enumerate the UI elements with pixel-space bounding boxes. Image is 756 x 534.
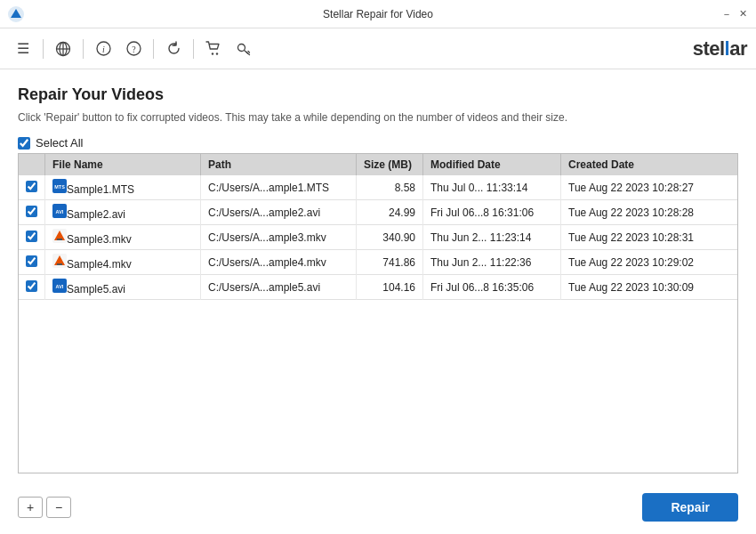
svg-text:MTS: MTS	[54, 184, 65, 190]
row-modified: Thu Jul 0... 11:33:14	[423, 175, 561, 200]
title-bar-left	[7, 5, 25, 23]
svg-line-13	[246, 53, 248, 54]
toolbar-separator-1	[43, 39, 44, 59]
table-row[interactable]: AVISample5.aviC:/Users/A...ample5.avi104…	[19, 275, 737, 300]
row-checkbox-cell	[19, 175, 45, 200]
row-created: Tue Aug 22 2023 10:28:27	[561, 175, 738, 200]
col-header-created: Created Date	[561, 154, 738, 175]
row-created: Tue Aug 22 2023 10:28:31	[561, 225, 738, 250]
filename-text: Sample5.avi	[67, 283, 125, 295]
row-checkbox-cell	[19, 275, 45, 300]
svg-point-11	[216, 53, 218, 54]
row-checkbox-cell	[19, 250, 45, 275]
window-title: Stellar Repair for Video	[323, 8, 433, 20]
title-bar: Stellar Repair for Video − ✕	[0, 0, 756, 28]
app-icon	[7, 5, 25, 23]
select-all-row: Select All	[18, 136, 738, 150]
toolbar: ☰ i ?	[0, 28, 756, 69]
row-modified: Thu Jun 2... 11:22:36	[423, 250, 561, 275]
row-size: 340.90	[357, 225, 423, 250]
row-path: C:/Users/A...ample3.mkv	[201, 225, 357, 250]
row-checkbox[interactable]	[26, 181, 37, 192]
row-checkbox-cell	[19, 200, 45, 225]
row-created: Tue Aug 22 2023 10:28:28	[561, 200, 738, 225]
row-filename: Sample4.mkv	[45, 250, 201, 275]
add-remove-buttons: + −	[18, 497, 71, 518]
svg-rect-24	[57, 263, 62, 265]
filename-text: Sample4.mkv	[67, 258, 132, 271]
row-path: C:/Users/A...ample4.mkv	[201, 250, 357, 275]
refresh-icon[interactable]	[159, 35, 188, 63]
table-row[interactable]: Sample4.mkvC:/Users/A...ample4.mkv741.86…	[19, 250, 737, 275]
svg-text:AVI: AVI	[56, 209, 64, 214]
key-icon[interactable]	[229, 35, 258, 63]
page-subtitle: Click 'Repair' button to fix corrupted v…	[18, 111, 738, 124]
main-content: Repair Your Videos Click 'Repair' button…	[0, 69, 756, 484]
filename-text: Sample3.mkv	[67, 233, 132, 246]
table-row[interactable]: MTSSample1.MTSC:/Users/A...ample1.MTS8.5…	[19, 175, 737, 200]
toolbar-separator-2	[83, 39, 84, 59]
row-filename: AVISample2.avi	[45, 200, 201, 225]
col-header-checkbox	[19, 154, 45, 175]
file-icon-mkv	[52, 229, 67, 243]
file-icon-mts: MTS	[52, 179, 67, 193]
remove-file-button[interactable]: −	[46, 497, 71, 518]
help-icon[interactable]: ?	[119, 35, 148, 63]
row-modified: Fri Jul 06...8 16:31:06	[423, 200, 561, 225]
row-created: Tue Aug 22 2023 10:30:09	[561, 275, 738, 300]
close-button[interactable]: ✕	[736, 8, 749, 20]
file-icon-avi: AVI	[52, 204, 67, 218]
repair-button[interactable]: Repair	[642, 493, 738, 522]
row-path: C:/Users/A...ample2.avi	[201, 200, 357, 225]
row-modified: Fri Jul 06...8 16:35:06	[423, 275, 561, 300]
file-table: File Name Path Size (MB) Modified Date C…	[19, 154, 737, 300]
col-header-size: Size (MB)	[357, 154, 423, 175]
row-filename: AVISample5.avi	[45, 275, 201, 300]
globe-icon[interactable]	[49, 35, 77, 63]
toolbar-separator-3	[153, 39, 154, 59]
toolbar-separator-4	[193, 39, 194, 59]
page-title: Repair Your Videos	[18, 85, 738, 104]
svg-point-10	[212, 53, 213, 54]
info-icon[interactable]: i	[89, 35, 117, 63]
row-checkbox[interactable]	[26, 206, 37, 217]
svg-text:?: ?	[132, 44, 136, 54]
file-icon-avi: AVI	[52, 279, 67, 293]
svg-line-14	[248, 52, 250, 53]
stellar-logo: stellar	[693, 37, 747, 61]
row-checkbox[interactable]	[26, 255, 37, 267]
row-size: 8.58	[357, 175, 423, 200]
window-controls: − ✕	[720, 8, 749, 20]
row-checkbox[interactable]	[26, 231, 37, 242]
file-table-container: File Name Path Size (MB) Modified Date C…	[18, 153, 738, 473]
col-header-modified: Modified Date	[423, 154, 561, 175]
select-all-label: Select All	[36, 136, 83, 150]
stellar-logo-accent: l	[725, 37, 730, 60]
row-size: 24.99	[357, 200, 423, 225]
row-checkbox-cell	[19, 225, 45, 250]
svg-text:i: i	[102, 44, 105, 54]
minimize-button[interactable]: −	[720, 8, 733, 20]
select-all-checkbox[interactable]	[18, 137, 30, 150]
row-modified: Thu Jun 2... 11:23:14	[423, 225, 561, 250]
svg-text:AVI: AVI	[56, 284, 64, 289]
svg-rect-21	[57, 239, 62, 240]
row-filename: Sample3.mkv	[45, 225, 201, 250]
filename-text: Sample1.MTS	[67, 183, 134, 196]
row-path: C:/Users/A...ample5.avi	[201, 275, 357, 300]
table-header-row: File Name Path Size (MB) Modified Date C…	[19, 154, 737, 175]
menu-icon[interactable]: ☰	[9, 35, 37, 63]
row-path: C:/Users/A...ample1.MTS	[201, 175, 357, 200]
bottom-bar: + − Repair	[0, 484, 756, 534]
row-checkbox[interactable]	[26, 280, 37, 292]
row-size: 741.86	[357, 250, 423, 275]
file-icon-mkv	[52, 254, 67, 268]
filename-text: Sample2.avi	[67, 208, 125, 221]
toolbar-icons: ☰ i ?	[9, 35, 258, 63]
table-row[interactable]: AVISample2.aviC:/Users/A...ample2.avi24.…	[19, 200, 737, 225]
cart-icon[interactable]	[199, 35, 228, 63]
add-file-button[interactable]: +	[18, 497, 43, 518]
row-created: Tue Aug 22 2023 10:29:02	[561, 250, 738, 275]
table-row[interactable]: Sample3.mkvC:/Users/A...ample3.mkv340.90…	[19, 225, 737, 250]
row-size: 104.16	[357, 275, 423, 300]
